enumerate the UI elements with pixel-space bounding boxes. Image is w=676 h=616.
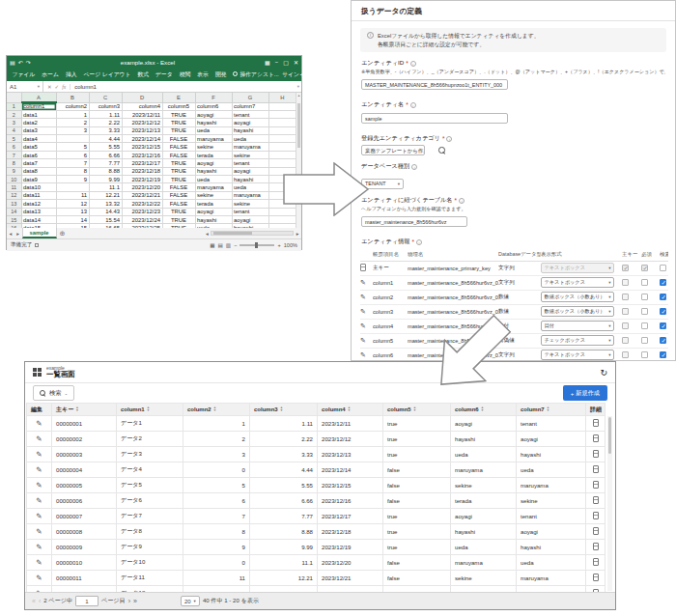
sort-icon[interactable]: ▲▼ — [75, 406, 78, 412]
cell[interactable]: 2.22 — [89, 119, 122, 126]
create-new-button[interactable]: + 新規作成 — [563, 385, 607, 401]
pk-checkbox[interactable] — [622, 337, 629, 344]
add-sheet-icon[interactable]: ⊕ — [57, 230, 69, 238]
detail-doc-icon[interactable] — [593, 450, 599, 458]
row-header[interactable]: 15 — [7, 215, 21, 223]
cell[interactable]: TRUE — [162, 119, 195, 126]
cell[interactable]: FALSE — [162, 200, 195, 208]
detail-doc-icon[interactable] — [593, 574, 599, 581]
zoom-slider-thumb[interactable] — [255, 242, 258, 248]
cell[interactable]: 6 — [56, 151, 89, 158]
cancel-icon[interactable]: ✕ — [47, 84, 52, 90]
normal-view-icon[interactable]: ▦ — [210, 242, 214, 248]
cell[interactable]: maruyama — [195, 183, 232, 191]
row-type-icon[interactable] — [360, 337, 366, 345]
cell[interactable]: column3 — [89, 102, 122, 110]
cell[interactable]: 5 — [56, 143, 89, 151]
required-checkbox[interactable] — [641, 265, 648, 271]
column-header[interactable]: G — [232, 93, 268, 102]
ribbon-tab[interactable]: ファイル — [9, 70, 39, 79]
cell[interactable]: 3.33 — [89, 126, 122, 134]
cell[interactable]: aoyagi — [195, 159, 232, 167]
cell[interactable]: 2023/12/16 — [122, 151, 162, 158]
close-icon[interactable]: ✕ — [294, 59, 298, 66]
cell[interactable]: aoyagi — [195, 208, 232, 215]
cell[interactable]: TRUE — [162, 110, 195, 118]
edit-pencil-icon[interactable]: ✎ — [36, 465, 42, 474]
info-icon[interactable]: i — [416, 239, 422, 245]
next-page-icon[interactable]: › — [128, 598, 130, 604]
cell[interactable]: 2023/12/23 — [122, 208, 162, 215]
cell[interactable]: TRUE — [162, 159, 195, 167]
cell[interactable]: data15 — [21, 224, 56, 228]
horizontal-scrollbar[interactable] — [211, 231, 294, 236]
sheet-prev-icon[interactable]: ◂ — [7, 231, 14, 237]
info-icon[interactable]: i — [446, 136, 452, 142]
cell[interactable]: sekine — [232, 151, 268, 158]
column-header[interactable]: C — [89, 93, 122, 102]
ribbon-tab[interactable]: データ — [153, 70, 177, 79]
cell[interactable]: data14 — [21, 215, 56, 223]
cell[interactable]: 14 — [56, 215, 89, 223]
row-header[interactable]: 7 — [7, 151, 21, 158]
ribbon-tab[interactable]: 表示 — [194, 70, 212, 79]
cell[interactable] — [268, 102, 296, 110]
refresh-icon[interactable]: ↻ — [600, 368, 607, 378]
cell[interactable] — [268, 119, 296, 126]
scroll-up-icon[interactable]: ▴ — [297, 93, 299, 98]
ribbon-tab[interactable]: 開発 — [211, 70, 230, 79]
scrollbar-thumb[interactable] — [297, 103, 300, 148]
cell[interactable]: FALSE — [162, 151, 195, 158]
cell[interactable]: ueda — [232, 135, 268, 143]
cell[interactable]: maruyama — [232, 191, 268, 199]
cell[interactable]: column4 — [122, 102, 162, 110]
cell[interactable]: 15.54 — [89, 215, 122, 223]
sort-icon[interactable]: ▲▼ — [547, 406, 549, 412]
cell[interactable]: 2023/12/19 — [122, 176, 162, 183]
cell[interactable]: 5.55 — [89, 143, 122, 151]
detail-doc-icon[interactable] — [593, 419, 599, 427]
cell[interactable]: column5 — [162, 102, 195, 110]
detail-doc-icon[interactable] — [593, 496, 599, 504]
cell[interactable]: tenant — [232, 159, 268, 167]
row-header[interactable]: 13 — [7, 200, 21, 208]
cell[interactable]: aoyagi — [232, 167, 268, 175]
sheet-next-icon[interactable]: ▸ — [14, 231, 22, 237]
hscroll-left-icon[interactable]: ◂ — [203, 231, 211, 237]
row-header[interactable]: 4 — [7, 126, 21, 134]
formula-bar[interactable]: column1 — [70, 84, 297, 90]
minimize-icon[interactable]: − — [275, 59, 279, 66]
cell[interactable] — [268, 215, 296, 223]
cell[interactable]: FALSE — [162, 183, 195, 191]
cell[interactable]: 7 — [56, 159, 89, 167]
sort-icon[interactable]: ▲▼ — [348, 406, 351, 412]
edit-pencil-icon[interactable]: ✎ — [36, 558, 42, 567]
cell[interactable]: maruyama — [195, 135, 232, 143]
cell[interactable] — [56, 135, 89, 143]
enter-icon[interactable]: ✓ — [55, 84, 60, 90]
cell[interactable]: 11 — [56, 191, 89, 199]
undo-icon[interactable]: ↶ — [18, 59, 23, 66]
ribbon-options-icon[interactable]: ▦ — [265, 59, 270, 66]
zoom-slider[interactable] — [239, 244, 274, 246]
display-type-select[interactable]: テキストボックス▾ — [541, 277, 614, 288]
redo-icon[interactable]: ↷ — [26, 59, 31, 66]
edit-pencil-icon[interactable]: ✎ — [36, 527, 42, 536]
required-checkbox[interactable] — [641, 294, 648, 300]
pk-checkbox[interactable] — [622, 294, 629, 300]
signin-button[interactable]: サインイン — [282, 70, 311, 79]
cell[interactable]: data5 — [21, 143, 56, 151]
list-column-header[interactable]: column7▲▼ — [517, 404, 586, 416]
name-box[interactable]: A1 ▾ — [7, 81, 43, 92]
row-header[interactable]: 3 — [7, 119, 21, 126]
cell[interactable]: 3 — [56, 126, 89, 134]
row-type-icon[interactable] — [360, 322, 366, 330]
row-header[interactable]: 2 — [7, 110, 21, 118]
column-header[interactable]: D — [122, 93, 162, 102]
page-number-input[interactable]: 1 — [75, 596, 99, 606]
entity-name-input[interactable]: sample — [361, 113, 508, 124]
row-header[interactable]: 5 — [7, 135, 21, 143]
cell[interactable]: 2023/12/20 — [122, 183, 162, 191]
pk-checkbox[interactable] — [622, 322, 629, 329]
cell[interactable]: FALSE — [162, 143, 195, 151]
